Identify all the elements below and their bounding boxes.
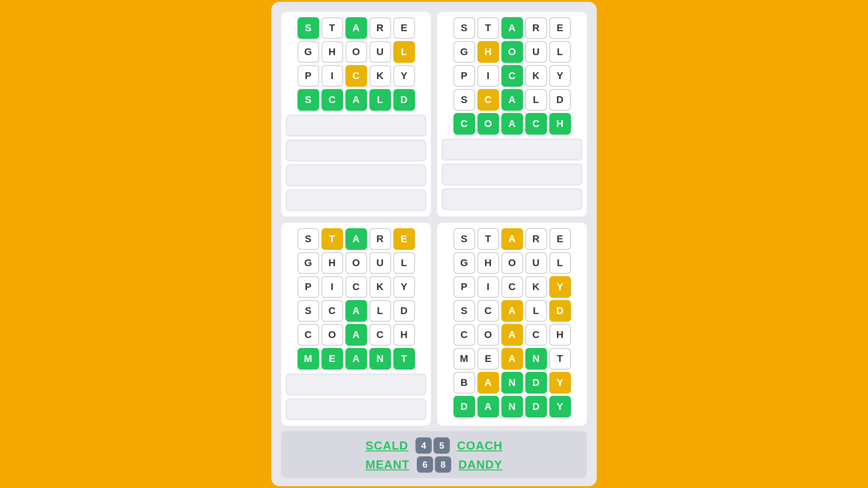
cell: L [393,252,415,274]
cell: L [525,89,547,111]
cell: A [345,17,367,39]
cell: G [453,252,475,274]
cell: C [453,324,475,346]
cell: H [477,252,499,274]
cell: A [501,17,523,39]
cell: S [453,228,475,250]
cell: P [453,276,475,298]
cell: N [369,348,391,370]
cell: D [525,396,547,418]
cell: A [345,300,367,322]
cell: H [549,113,571,135]
cell: D [393,300,415,322]
grid-top-left: S T A R E G H O U L P I C K Y S [281,12,431,216]
cell: Y [549,396,571,418]
cell: M [453,348,475,370]
cell: A [501,113,523,135]
cell: C [345,276,367,298]
empty-row [286,374,426,395]
cell: H [393,324,415,346]
cell: A [501,89,523,111]
cell: A [501,324,523,346]
score-badge-6: 6 [417,456,433,473]
grid-row: M E A N T [286,348,426,370]
cell: D [525,372,547,394]
cell: P [297,276,319,298]
grid-row: S T A R E [442,17,582,39]
cell: C [525,324,547,346]
cell: R [525,17,547,39]
bottom-row-1: SCALD 4 5 COACH [366,437,503,454]
empty-row [442,164,582,185]
cell: U [369,41,391,63]
cell: S [453,89,475,111]
cell: H [321,41,343,63]
cell: S [453,300,475,322]
cell: E [549,17,571,39]
cell: I [477,65,499,87]
cell: S [453,17,475,39]
grid-row: C O A C H [442,324,582,346]
cell: S [297,89,319,111]
empty-rows-top-left [286,114,426,211]
cell: I [321,65,343,87]
grid-row: S C A L D [286,300,426,322]
cell: R [369,228,391,250]
cell: A [345,324,367,346]
cell: A [501,300,523,322]
word-coach: COACH [457,439,502,453]
cell: N [525,348,547,370]
cell: A [345,228,367,250]
empty-row [286,189,426,211]
grid-row: P I C K Y [442,65,582,87]
cell: L [369,300,391,322]
grid-row: G H O U L [286,41,426,63]
cell: S [297,300,319,322]
cell: C [297,324,319,346]
cell: C [525,113,547,135]
bottom-bar: SCALD 4 5 COACH MEANT 6 8 DANDY [281,431,587,478]
score-badge-8: 8 [435,456,451,473]
cell: D [549,300,571,322]
cell: S [297,17,319,39]
grid-row: D A N D Y [442,396,582,418]
grid-top-right: S T A R E G H O U L P I C K Y S [437,12,587,216]
empty-rows-top-right [442,138,582,210]
grid-row: S C A L D [442,89,582,111]
grid-row: P I C K Y [442,276,582,298]
cell: O [501,41,523,63]
empty-row [286,164,426,186]
cell: E [477,348,499,370]
cell: C [477,89,499,111]
empty-row [286,140,426,161]
cell: K [525,65,547,87]
empty-rows-bottom-left [286,373,426,420]
cell: E [549,228,571,250]
cell: T [477,228,499,250]
cell: E [393,228,415,250]
cell: Y [393,276,415,298]
cell: C [453,113,475,135]
cell: E [393,17,415,39]
cell: C [321,300,343,322]
grid-row: G H O U L [442,252,582,274]
cell: K [369,276,391,298]
cell: C [477,300,499,322]
grid-row: C O A C H [442,113,582,135]
cell: A [477,396,499,418]
cell: T [477,17,499,39]
cell: A [345,348,367,370]
cell: B [453,372,475,394]
cell: L [549,41,571,63]
cell: R [369,17,391,39]
cell: U [525,252,547,274]
cell: T [321,17,343,39]
grid-row: S T A R E [286,228,426,250]
cell: C [501,276,523,298]
cell: S [297,228,319,250]
cell: N [501,372,523,394]
cell: O [501,252,523,274]
cell: L [525,300,547,322]
cell: D [393,89,415,111]
grid-row: M E A N T [442,348,582,370]
